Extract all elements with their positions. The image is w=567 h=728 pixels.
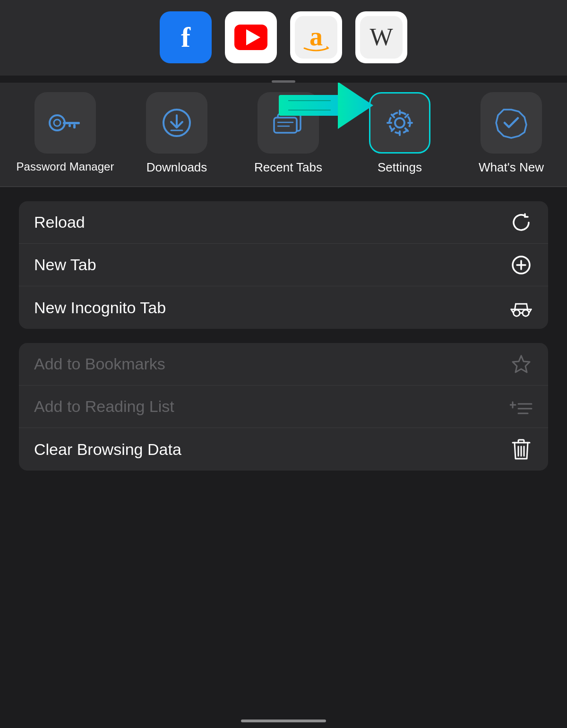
menu-item-reload[interactable]: Reload: [19, 201, 548, 244]
download-icon: [162, 108, 192, 138]
svg-point-13: [54, 120, 60, 126]
menu-item-new-tab[interactable]: New Tab: [19, 244, 548, 286]
svg-text:a: a: [309, 22, 323, 51]
amazon-icon: a: [295, 16, 337, 59]
wikipedia-icon: W: [360, 16, 403, 59]
svg-point-38: [523, 310, 529, 316]
svg-point-12: [50, 115, 65, 130]
top-separator: [0, 186, 567, 187]
add-reading-list-label: Add to Reading List: [34, 397, 174, 416]
svg-rect-14: [63, 122, 80, 124]
svg-rect-15: [73, 124, 76, 128]
svg-marker-11: [338, 83, 373, 129]
youtube-icon: [230, 16, 272, 59]
svg-point-24: [395, 118, 404, 128]
settings-label: Settings: [378, 160, 422, 175]
svg-marker-42: [513, 356, 530, 372]
reading-list-icon: [509, 395, 533, 419]
menu-section-1: Reload New Tab New Incognito Tab: [19, 201, 548, 329]
quick-action-whats-new[interactable]: What's New: [455, 92, 567, 175]
quick-actions-row: Password Manager Downloads Recent: [0, 83, 567, 186]
whats-new-icon-wrap: [481, 92, 542, 154]
svg-point-37: [514, 310, 520, 316]
reload-label: Reload: [34, 213, 85, 231]
clear-browsing-data-label: Clear Browsing Data: [34, 440, 181, 459]
menu-item-add-bookmarks[interactable]: Add to Bookmarks: [19, 343, 548, 385]
star-icon: [509, 352, 533, 376]
menu-item-add-reading-list[interactable]: Add to Reading List: [19, 385, 548, 428]
quick-action-password-manager[interactable]: Password Manager: [0, 92, 121, 174]
key-icon: [49, 111, 82, 135]
svg-rect-8: [279, 95, 340, 116]
bookmark-facebook[interactable]: f: [160, 11, 212, 63]
menu-section-2: Add to Bookmarks Add to Reading List Cle…: [19, 343, 548, 471]
settings-gear-icon: [384, 107, 416, 139]
bookmark-amazon[interactable]: a: [290, 11, 342, 63]
quick-action-downloads[interactable]: Downloads: [121, 92, 232, 175]
bookmark-youtube[interactable]: [225, 11, 277, 63]
recent-tabs-label: Recent Tabs: [254, 160, 322, 175]
menu-item-new-incognito-tab[interactable]: New Incognito Tab: [19, 286, 548, 329]
reload-icon: [509, 211, 533, 234]
whats-new-badge-icon: [495, 107, 527, 139]
whats-new-label: What's New: [479, 160, 544, 175]
new-tab-label: New Tab: [34, 256, 96, 274]
plus-circle-icon: [509, 253, 533, 277]
svg-text:W: W: [369, 24, 393, 51]
trash-icon: [509, 437, 533, 461]
downloads-label: Downloads: [146, 160, 207, 175]
password-manager-label: Password Manager: [17, 160, 114, 174]
bookmarks-bar: f a W: [0, 0, 567, 76]
downloads-icon-wrap: [146, 92, 207, 154]
settings-icon-wrap: [369, 92, 430, 154]
menu-item-clear-browsing-data[interactable]: Clear Browsing Data: [19, 428, 548, 471]
arrow-overlay: [279, 83, 373, 136]
password-manager-icon-wrap: [34, 92, 96, 154]
direction-arrow-icon: [279, 83, 373, 134]
bookmark-wikipedia[interactable]: W: [355, 11, 407, 63]
home-indicator: [241, 719, 326, 722]
svg-rect-16: [69, 124, 71, 127]
add-bookmarks-label: Add to Bookmarks: [34, 355, 165, 373]
incognito-icon: [509, 296, 533, 319]
new-incognito-tab-label: New Incognito Tab: [34, 299, 166, 317]
